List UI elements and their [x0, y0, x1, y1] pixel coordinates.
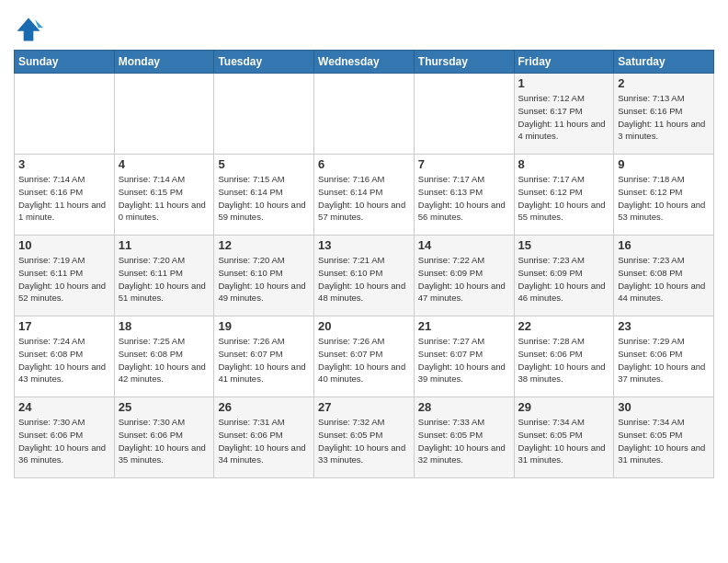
cell-content: Daylight: 10 hours and 44 minutes.	[618, 280, 710, 305]
cell-content: Sunset: 6:05 PM	[318, 429, 410, 442]
cell-content: Sunrise: 7:30 AM	[18, 416, 110, 429]
calendar-cell: 5Sunrise: 7:15 AMSunset: 6:14 PMDaylight…	[214, 155, 314, 236]
header-row: SundayMondayTuesdayWednesdayThursdayFrid…	[15, 51, 714, 74]
day-number: 20	[318, 319, 410, 333]
calendar-cell: 18Sunrise: 7:25 AMSunset: 6:08 PMDayligh…	[114, 316, 214, 397]
cell-content: Daylight: 10 hours and 40 minutes.	[318, 361, 410, 386]
cell-content: Sunset: 6:12 PM	[618, 186, 710, 199]
calendar-week-5: 24Sunrise: 7:30 AMSunset: 6:06 PMDayligh…	[15, 397, 714, 478]
cell-content: Sunset: 6:15 PM	[119, 186, 210, 199]
cell-content: Daylight: 10 hours and 52 minutes.	[18, 280, 110, 305]
cell-content: Sunrise: 7:25 AM	[119, 335, 210, 348]
cell-content: Sunrise: 7:18 AM	[618, 173, 710, 186]
day-number: 3	[18, 157, 110, 171]
cell-content: Sunrise: 7:26 AM	[318, 335, 410, 348]
cell-content: Daylight: 10 hours and 47 minutes.	[418, 280, 510, 305]
cell-content: Sunrise: 7:14 AM	[119, 173, 210, 186]
calendar-cell: 11Sunrise: 7:20 AMSunset: 6:11 PMDayligh…	[114, 236, 214, 316]
header-day-thursday: Thursday	[414, 51, 514, 74]
calendar-cell: 3Sunrise: 7:14 AMSunset: 6:16 PMDaylight…	[15, 155, 115, 236]
calendar-cell: 1Sunrise: 7:12 AMSunset: 6:17 PMDaylight…	[514, 74, 614, 155]
logo	[14, 15, 45, 44]
cell-content: Sunset: 6:08 PM	[18, 348, 110, 361]
cell-content: Sunrise: 7:34 AM	[618, 416, 710, 429]
cell-content: Daylight: 10 hours and 56 minutes.	[418, 199, 510, 224]
calendar-cell: 17Sunrise: 7:24 AMSunset: 6:08 PMDayligh…	[15, 316, 115, 397]
cell-content: Sunrise: 7:30 AM	[119, 416, 210, 429]
calendar-cell: 8Sunrise: 7:17 AMSunset: 6:12 PMDaylight…	[514, 155, 614, 236]
svg-marker-1	[35, 19, 43, 28]
header-day-friday: Friday	[514, 51, 614, 74]
calendar-cell: 7Sunrise: 7:17 AMSunset: 6:13 PMDaylight…	[414, 155, 514, 236]
day-number: 17	[18, 319, 110, 333]
cell-content: Sunset: 6:08 PM	[618, 267, 710, 280]
cell-content: Sunrise: 7:28 AM	[518, 335, 610, 348]
day-number: 11	[119, 238, 210, 252]
day-number: 12	[218, 238, 310, 252]
cell-content: Sunrise: 7:34 AM	[518, 416, 610, 429]
cell-content: Sunset: 6:14 PM	[218, 186, 310, 199]
cell-content: Daylight: 10 hours and 48 minutes.	[318, 280, 410, 305]
cell-content: Sunrise: 7:19 AM	[18, 254, 110, 267]
calendar-week-1: 1Sunrise: 7:12 AMSunset: 6:17 PMDaylight…	[15, 74, 714, 155]
calendar-cell: 30Sunrise: 7:34 AMSunset: 6:05 PMDayligh…	[614, 397, 714, 478]
cell-content: Sunset: 6:12 PM	[518, 186, 610, 199]
calendar-cell: 16Sunrise: 7:23 AMSunset: 6:08 PMDayligh…	[614, 236, 714, 316]
cell-content: Sunset: 6:07 PM	[418, 348, 510, 361]
cell-content: Sunset: 6:07 PM	[318, 348, 410, 361]
calendar-cell: 10Sunrise: 7:19 AMSunset: 6:11 PMDayligh…	[15, 236, 115, 316]
cell-content: Sunset: 6:05 PM	[618, 429, 710, 442]
cell-content: Sunset: 6:05 PM	[518, 429, 610, 442]
calendar-cell: 26Sunrise: 7:31 AMSunset: 6:06 PMDayligh…	[214, 397, 314, 478]
day-number: 28	[418, 400, 510, 414]
cell-content: Sunset: 6:06 PM	[518, 348, 610, 361]
calendar-cell: 21Sunrise: 7:27 AMSunset: 6:07 PMDayligh…	[414, 316, 514, 397]
logo-icon	[14, 15, 43, 44]
day-number: 8	[518, 157, 610, 171]
calendar-cell	[214, 74, 314, 155]
cell-content: Sunset: 6:05 PM	[418, 429, 510, 442]
cell-content: Sunrise: 7:17 AM	[418, 173, 510, 186]
day-number: 6	[318, 157, 410, 171]
cell-content: Daylight: 10 hours and 51 minutes.	[119, 280, 210, 305]
cell-content: Sunset: 6:10 PM	[218, 267, 310, 280]
cell-content: Sunrise: 7:17 AM	[518, 173, 610, 186]
cell-content: Sunset: 6:10 PM	[318, 267, 410, 280]
cell-content: Sunrise: 7:33 AM	[418, 416, 510, 429]
calendar-cell: 23Sunrise: 7:29 AMSunset: 6:06 PMDayligh…	[614, 316, 714, 397]
cell-content: Sunrise: 7:29 AM	[618, 335, 710, 348]
calendar-cell: 13Sunrise: 7:21 AMSunset: 6:10 PMDayligh…	[314, 236, 415, 316]
cell-content: Daylight: 10 hours and 34 minutes.	[218, 442, 310, 467]
day-number: 1	[518, 76, 610, 90]
cell-content: Daylight: 10 hours and 55 minutes.	[518, 199, 610, 224]
cell-content: Daylight: 10 hours and 41 minutes.	[218, 361, 310, 386]
calendar-header: SundayMondayTuesdayWednesdayThursdayFrid…	[15, 51, 714, 74]
cell-content: Daylight: 10 hours and 33 minutes.	[318, 442, 410, 467]
calendar-cell: 4Sunrise: 7:14 AMSunset: 6:15 PMDaylight…	[114, 155, 214, 236]
calendar-cell: 9Sunrise: 7:18 AMSunset: 6:12 PMDaylight…	[614, 155, 714, 236]
day-number: 22	[518, 319, 610, 333]
calendar-cell	[414, 74, 514, 155]
cell-content: Daylight: 10 hours and 37 minutes.	[618, 361, 710, 386]
cell-content: Sunrise: 7:26 AM	[218, 335, 310, 348]
cell-content: Daylight: 11 hours and 0 minutes.	[119, 199, 210, 224]
cell-content: Daylight: 10 hours and 42 minutes.	[119, 361, 210, 386]
cell-content: Sunrise: 7:23 AM	[618, 254, 710, 267]
day-number: 14	[418, 238, 510, 252]
cell-content: Sunset: 6:07 PM	[218, 348, 310, 361]
day-number: 23	[618, 319, 710, 333]
calendar-week-2: 3Sunrise: 7:14 AMSunset: 6:16 PMDaylight…	[15, 155, 714, 236]
cell-content: Daylight: 10 hours and 39 minutes.	[418, 361, 510, 386]
cell-content: Daylight: 10 hours and 46 minutes.	[518, 280, 610, 305]
day-number: 5	[218, 157, 310, 171]
cell-content: Sunset: 6:11 PM	[119, 267, 210, 280]
cell-content: Sunset: 6:08 PM	[119, 348, 210, 361]
calendar-week-3: 10Sunrise: 7:19 AMSunset: 6:11 PMDayligh…	[15, 236, 714, 316]
calendar-cell: 15Sunrise: 7:23 AMSunset: 6:09 PMDayligh…	[514, 236, 614, 316]
calendar-cell	[15, 74, 115, 155]
cell-content: Sunrise: 7:20 AM	[119, 254, 210, 267]
cell-content: Sunrise: 7:13 AM	[618, 92, 710, 105]
cell-content: Daylight: 10 hours and 32 minutes.	[418, 442, 510, 467]
header-day-wednesday: Wednesday	[314, 51, 415, 74]
day-number: 18	[119, 319, 210, 333]
